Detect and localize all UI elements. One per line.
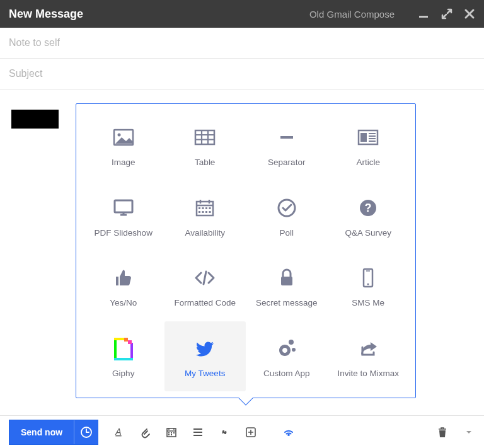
svg-rect-16 [209,211,211,213]
to-field-row [0,28,484,59]
insert-plus-icon[interactable] [245,426,257,439]
svg-rect-30 [173,432,175,434]
svg-rect-9 [199,207,200,209]
svg-rect-20 [281,277,292,285]
tile-label: Invite to Mixmax [337,369,399,378]
svg-rect-13 [199,211,200,213]
compose-body[interactable]: Image Table Separator Article [0,89,484,415]
code-icon [191,264,219,292]
tile-label: Giphy [112,369,134,378]
tile-giphy[interactable]: Giphy [83,321,164,392]
send-group: Send now [9,420,98,445]
svg-point-24 [292,348,296,352]
old-gmail-compose-link[interactable]: Old Gmail Compose [309,9,395,20]
tile-image[interactable]: Image [83,110,164,181]
compose-toolbar: Send now A [0,415,484,448]
tile-poll[interactable]: Poll [246,181,328,251]
tile-invite-mixmax[interactable]: Invite to Mixmax [328,321,410,392]
close-icon[interactable] [464,8,475,20]
table-icon [191,123,219,151]
tile-label: Image [112,158,135,167]
tile-label: Table [195,158,215,167]
svg-rect-31 [168,434,170,435]
svg-rect-28 [168,432,170,434]
twitter-icon [191,335,219,362]
compose-titlebar: New Message Old Gmail Compose [0,0,484,28]
tile-custom-app[interactable]: Custom App [246,321,328,392]
popover-grid: Image Table Separator Article [76,104,415,398]
send-button[interactable]: Send now [9,420,74,444]
svg-rect-32 [171,434,172,435]
svg-rect-3 [195,130,214,144]
tile-label: Poll [279,228,294,238]
lock-icon [273,264,301,292]
to-input[interactable] [9,37,475,49]
list-icon[interactable] [192,426,204,439]
svg-rect-29 [171,432,172,434]
tile-pdf-slideshow[interactable]: PDF Slideshow [83,181,164,251]
monitor-icon [110,194,137,222]
tile-label: Article [356,158,380,167]
attach-icon[interactable] [139,426,151,439]
tracking-icon[interactable] [282,426,295,439]
giphy-icon [110,335,137,362]
tile-label: Secret message [256,298,318,307]
more-menu-icon[interactable] [463,426,475,439]
image-icon [110,123,137,151]
format-text-icon[interactable]: A [112,426,125,439]
redacted-region [11,110,59,129]
tile-table[interactable]: Table [164,110,246,181]
svg-text:?: ? [365,202,372,214]
svg-text:A: A [115,427,121,437]
svg-rect-11 [205,207,207,209]
window-title: New Message [9,8,309,21]
share-icon [354,335,382,362]
calendar-small-icon[interactable] [165,426,178,439]
svg-point-23 [289,340,294,345]
tile-qa-survey[interactable]: ? Q&A Survey [328,181,410,251]
svg-rect-4 [280,136,293,139]
tile-label: Separator [268,158,305,167]
svg-point-22 [367,284,369,285]
subject-field-row [0,59,484,89]
tile-label: PDF Slideshow [95,228,153,238]
maximize-icon[interactable] [441,8,452,20]
insert-popover: Image Table Separator Article [76,103,416,398]
tile-label: Formatted Code [174,298,236,307]
tile-article[interactable]: Article [328,110,410,181]
poll-icon [273,194,301,222]
svg-rect-6 [360,133,367,142]
tile-secret-message[interactable]: Secret message [246,251,328,321]
minimize-icon[interactable] [417,8,430,20]
tile-formatted-code[interactable]: Formatted Code [164,251,246,321]
svg-rect-10 [202,207,204,209]
svg-point-2 [117,134,120,137]
gears-icon [273,335,301,362]
thumbs-up-icon [110,264,137,292]
link-icon[interactable] [218,426,231,439]
question-icon: ? [354,194,382,222]
tile-label: Availability [185,228,225,238]
tile-label: SMS Me [352,298,384,307]
tile-separator[interactable]: Separator [246,110,328,181]
calendar-icon [191,194,219,222]
article-icon [354,123,382,151]
tile-label: Q&A Survey [345,228,391,238]
phone-icon [354,264,382,292]
tile-availability[interactable]: Availability [164,181,246,251]
tile-label: Yes/No [110,298,137,307]
tile-label: Custom App [263,369,310,378]
tile-label: My Tweets [185,369,225,378]
trash-icon[interactable] [436,426,449,439]
svg-rect-14 [202,211,204,213]
send-later-button[interactable] [74,420,98,444]
tile-yes-no[interactable]: Yes/No [83,251,164,321]
tile-my-tweets[interactable]: My Tweets [164,321,246,392]
svg-rect-15 [205,211,207,213]
subject-input[interactable] [9,68,475,79]
svg-rect-7 [115,200,132,212]
svg-rect-12 [209,207,211,209]
separator-icon [273,123,301,151]
tile-sms-me[interactable]: SMS Me [328,251,410,321]
svg-rect-0 [419,16,428,18]
